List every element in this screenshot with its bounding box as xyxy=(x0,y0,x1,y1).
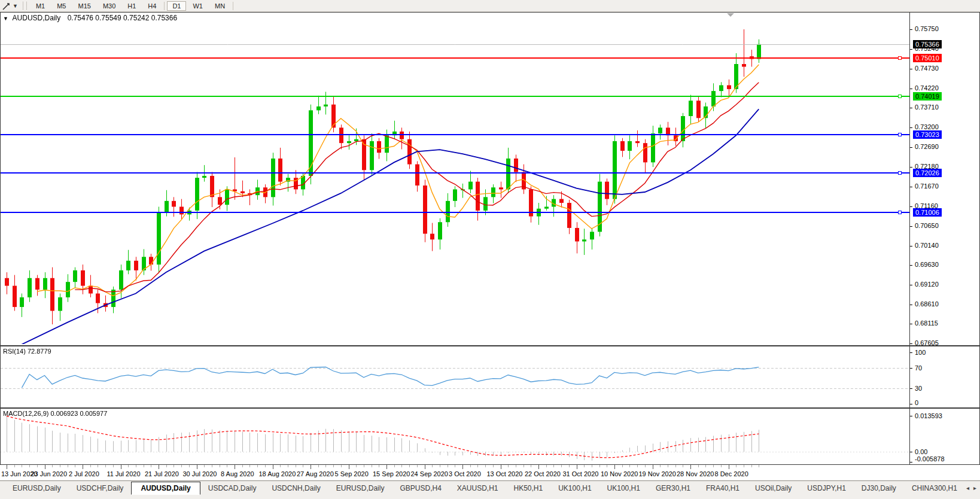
level-price-tag[interactable]: 0.74019 xyxy=(913,92,942,101)
date-label: 19 Nov 2020 xyxy=(639,470,676,477)
timeframe-button-h4[interactable]: H4 xyxy=(142,1,162,11)
chart-tabbar: EURUSD,DailyUSDCHF,DailyAUDUSD,DailyUSDC… xyxy=(0,480,980,499)
price-tick-label: 0.68610 xyxy=(915,300,939,308)
tab-gbpusd-h4-6[interactable]: GBPUSD,H4 xyxy=(392,482,449,494)
macd-label: MACD(12,26,9) 0.006923 0.005977 xyxy=(3,410,107,417)
price-tick-label: 0.70650 xyxy=(915,222,939,229)
tab-fra40-h1-12[interactable]: FRA40,H1 xyxy=(698,482,747,494)
timeframe-button-mn[interactable]: MN xyxy=(209,1,230,11)
price-tick-label: 0.74220 xyxy=(915,84,939,92)
chart-symbol-label: AUDUSD,Daily xyxy=(13,14,61,22)
date-ticks-canvas xyxy=(1,465,909,470)
rsi-tick xyxy=(910,388,912,389)
price-tick-label: 0.73710 xyxy=(915,104,939,111)
current-price-tag: 0.75366 xyxy=(913,40,942,48)
date-label: 13 Oct 2020 xyxy=(487,470,523,477)
price-tick xyxy=(910,324,912,324)
timeframe-buttons: M1M5M15M30H1H4D1W1MN xyxy=(30,0,231,11)
price-tick xyxy=(910,108,912,108)
timeframe-button-d1[interactable]: D1 xyxy=(167,1,186,11)
macd-tick xyxy=(910,416,912,416)
level-price-tag[interactable]: 0.73023 xyxy=(913,130,942,139)
line-tool-icon[interactable] xyxy=(2,2,11,10)
level-price-tag[interactable]: 0.75010 xyxy=(913,54,942,62)
price-tick xyxy=(910,167,912,168)
date-label: 21 Jul 2020 xyxy=(145,470,179,477)
timeframe-button-m15[interactable]: M15 xyxy=(72,1,96,11)
tab-usdchf-daily-1[interactable]: USDCHF,Daily xyxy=(69,482,132,494)
price-tick xyxy=(910,69,912,69)
tab-china300-h1-16[interactable]: CHINA300,H1 xyxy=(904,482,963,494)
toolbar-separator xyxy=(164,2,165,10)
timeframe-button-m30[interactable]: M30 xyxy=(98,1,121,11)
tab-uk100-h1-10[interactable]: UK100,H1 xyxy=(599,482,648,494)
price-tick xyxy=(910,49,912,50)
macd-tick xyxy=(910,462,912,463)
level-price-tag[interactable]: 0.71006 xyxy=(913,208,942,217)
price-tick-label: 0.69120 xyxy=(915,281,939,288)
date-label: 8 Aug 2020 xyxy=(221,470,254,477)
rsi-canvas[interactable] xyxy=(1,346,909,406)
tab-eurusd-daily-0[interactable]: EURUSD,Daily xyxy=(5,482,69,494)
price-tick-label: 0.74730 xyxy=(915,65,939,72)
tab-ger30-h1-11[interactable]: GER30,H1 xyxy=(648,482,698,494)
rsi-tick xyxy=(910,368,912,369)
chart-tabs: EURUSD,DailyUSDCHF,DailyAUDUSD,DailyUSDC… xyxy=(0,481,963,495)
price-tick xyxy=(910,343,912,344)
price-tick xyxy=(910,246,912,247)
date-label: 24 Sep 2020 xyxy=(411,470,448,477)
main-chart-window: ▼ AUDUSD,Daily 0.75476 0.75549 0.75242 0… xyxy=(0,12,980,346)
price-tick xyxy=(910,127,912,128)
price-tick xyxy=(910,285,912,285)
macd-tick xyxy=(910,452,912,452)
date-label: 27 Aug 2020 xyxy=(297,470,334,477)
macd-canvas[interactable] xyxy=(1,409,909,463)
tabs-scroll-left-icon[interactable]: ◂ xyxy=(966,485,969,491)
level-price-tag[interactable]: 0.72026 xyxy=(913,169,942,177)
date-axis: 13 Jun 202023 Jun 20202 Jul 202011 Jul 2… xyxy=(0,465,980,480)
date-label: 28 Nov 2020 xyxy=(677,470,714,477)
chart-ohlc-readout: 0.75476 0.75549 0.75242 0.75366 xyxy=(68,14,178,22)
date-label: 5 Sep 2020 xyxy=(335,470,369,477)
price-tick-label: 0.68115 xyxy=(915,320,938,327)
tab-dj30-daily-15[interactable]: DJ30,Daily xyxy=(854,482,904,494)
tab-uk100-h1-9[interactable]: UK100,H1 xyxy=(550,482,599,494)
timeframe-button-w1[interactable]: W1 xyxy=(187,1,208,11)
date-label: 30 Jul 2020 xyxy=(183,470,217,477)
rsi-tick xyxy=(910,352,912,353)
rsi-axis: 10070300 xyxy=(909,346,979,407)
date-label: 22 Oct 2020 xyxy=(525,470,561,477)
macd-tick-label: 0.013593 xyxy=(915,412,942,419)
price-chart-canvas[interactable] xyxy=(1,13,909,344)
timeframe-button-m1[interactable]: M1 xyxy=(31,1,50,11)
macd-tick-label: 0.00 xyxy=(915,448,927,455)
chart-collapse-icon[interactable]: ▼ xyxy=(3,16,8,22)
date-label: 15 Sep 2020 xyxy=(373,470,410,477)
date-label: 11 Jul 2020 xyxy=(107,470,141,477)
tab-hk50-h1-8[interactable]: HK50,H1 xyxy=(506,482,551,494)
timeframe-button-m5[interactable]: M5 xyxy=(51,1,71,11)
rsi-tick xyxy=(910,404,912,404)
toolbar-separator xyxy=(233,2,233,10)
tab-audusd-daily-2[interactable]: AUDUSD,Daily xyxy=(131,482,200,495)
price-tick-label: 0.67605 xyxy=(915,339,939,346)
price-axis: 0.757500.752400.747300.742200.737100.732… xyxy=(909,13,979,345)
timeframe-button-h1[interactable]: H1 xyxy=(122,1,141,11)
date-label: 31 Oct 2020 xyxy=(563,470,599,477)
date-label: 18 Aug 2020 xyxy=(259,470,296,477)
price-tick xyxy=(910,29,912,30)
tab-usdcnh-daily-4[interactable]: USDCNH,Daily xyxy=(264,482,328,494)
tab-usoil-daily-13[interactable]: USOil,Daily xyxy=(747,482,799,494)
tab-usdjpy-h1-14[interactable]: USDJPY,H1 xyxy=(799,482,853,494)
dropdown-caret-icon[interactable]: ▼ xyxy=(13,3,18,9)
date-label: 3 Oct 2020 xyxy=(449,470,481,477)
date-label: 10 Nov 2020 xyxy=(601,470,638,477)
price-tick xyxy=(910,187,912,187)
tab-eurusd-daily-5[interactable]: EURUSD,Daily xyxy=(328,482,392,494)
rsi-label: RSI(14) 72.8779 xyxy=(3,348,51,355)
tabs-scroll-right-icon[interactable]: ▸ xyxy=(973,485,976,491)
tab-xauusd-h1-7[interactable]: XAUUSD,H1 xyxy=(449,482,506,494)
rsi-tick-label: 30 xyxy=(915,385,922,392)
price-tick-label: 0.69630 xyxy=(915,261,939,268)
tab-usdcad-daily-3[interactable]: USDCAD,Daily xyxy=(200,482,264,494)
